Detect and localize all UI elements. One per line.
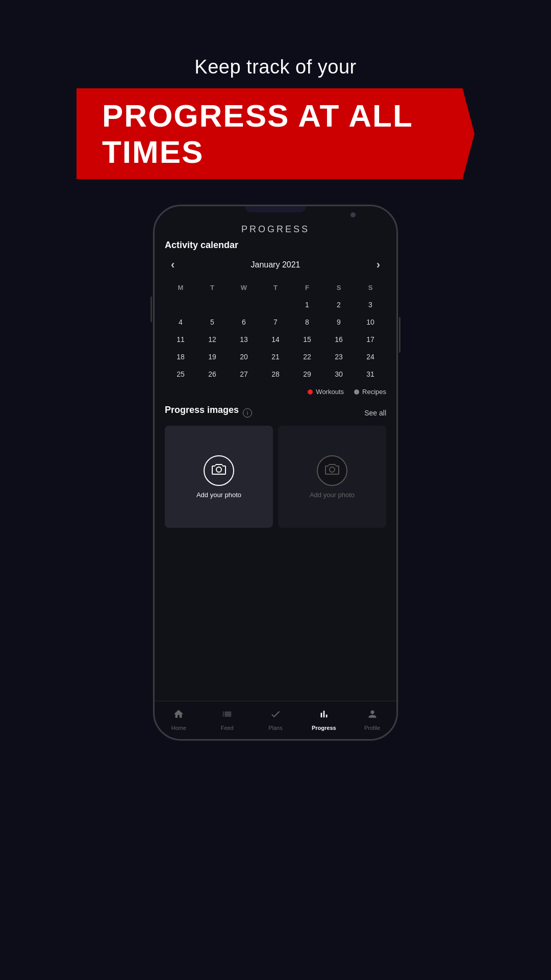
day-23[interactable]: 23 <box>323 349 355 364</box>
nav-feed-label: Feed <box>221 725 234 731</box>
day-empty: - <box>165 297 196 312</box>
screen: PROGRESS Activity calendar ‹ January 202… <box>155 206 396 739</box>
day-6[interactable]: 6 <box>228 314 260 330</box>
nav-home-label: Home <box>171 725 186 731</box>
day-14[interactable]: 14 <box>260 332 291 347</box>
nav-profile-label: Profile <box>364 725 380 731</box>
side-button-left <box>151 297 153 322</box>
workouts-dot <box>308 389 313 395</box>
progress-images-label: Progress images <box>165 405 239 415</box>
day-header-sat: S <box>323 280 355 295</box>
day-26[interactable]: 26 <box>196 366 228 382</box>
day-29[interactable]: 29 <box>291 366 323 382</box>
legend-workouts: Workouts <box>308 388 344 396</box>
day-1[interactable]: 1 <box>291 297 323 312</box>
day-header-thu: T <box>260 280 291 295</box>
see-all-button[interactable]: See all <box>364 409 386 417</box>
next-month-button[interactable]: › <box>370 256 386 274</box>
day-empty: - <box>260 297 291 312</box>
calendar-week-2: 4 5 6 7 8 9 10 <box>165 314 386 330</box>
day-8[interactable]: 8 <box>291 314 323 330</box>
profile-icon <box>367 708 378 723</box>
day-30[interactable]: 30 <box>323 366 355 382</box>
home-icon <box>173 708 184 723</box>
progress-images-section: Progress images i See all <box>155 401 396 528</box>
phone-notch <box>245 206 306 212</box>
info-icon[interactable]: i <box>243 408 252 418</box>
legend-recipes: Recipes <box>354 388 386 396</box>
left-add-photo-label: Add your photo <box>196 491 241 499</box>
day-21[interactable]: 21 <box>260 349 291 364</box>
day-2[interactable]: 2 <box>323 297 355 312</box>
phone-mockup: PROGRESS Activity calendar ‹ January 202… <box>153 205 398 741</box>
day-4[interactable]: 4 <box>165 314 196 330</box>
left-image-placeholder: Add your photo <box>165 426 273 528</box>
calendar-label: Activity calendar <box>165 240 386 251</box>
camera-dot <box>350 212 356 217</box>
month-label: January 2021 <box>251 260 300 270</box>
nav-plans[interactable]: Plans <box>252 705 300 734</box>
day-9[interactable]: 9 <box>323 314 355 330</box>
day-7[interactable]: 7 <box>260 314 291 330</box>
screen-title: PROGRESS <box>241 224 310 234</box>
day-header-mon: M <box>165 280 196 295</box>
day-31[interactable]: 31 <box>355 366 386 382</box>
day-11[interactable]: 11 <box>165 332 196 347</box>
calendar-week-1: - - - - 1 2 3 <box>165 297 386 312</box>
day-28[interactable]: 28 <box>260 366 291 382</box>
nav-progress-label: Progress <box>312 725 336 731</box>
day-22[interactable]: 22 <box>291 349 323 364</box>
day-16[interactable]: 16 <box>323 332 355 347</box>
day-header-sun: S <box>355 280 386 295</box>
calendar-week-3: 11 12 13 14 15 16 17 <box>165 332 386 347</box>
day-24[interactable]: 24 <box>355 349 386 364</box>
prev-month-button[interactable]: ‹ <box>165 256 181 274</box>
calendar-week-4: 18 19 20 21 22 23 24 <box>165 349 386 364</box>
right-add-photo-label: Add your photo <box>310 491 355 499</box>
images-row: Add your photo Add your photo <box>165 426 386 528</box>
day-empty: - <box>228 297 260 312</box>
recipes-dot <box>354 389 359 395</box>
right-image-placeholder: Add your photo <box>278 426 386 528</box>
progress-icon <box>318 708 330 723</box>
day-5[interactable]: 5 <box>196 314 228 330</box>
recipes-label: Recipes <box>362 388 386 396</box>
day-19[interactable]: 19 <box>196 349 228 364</box>
day-13[interactable]: 13 <box>228 332 260 347</box>
left-camera-icon <box>212 463 226 478</box>
side-button-right <box>398 317 400 353</box>
progress-images-left: Progress images i <box>165 405 252 421</box>
subtitle: Keep track of your <box>194 56 356 78</box>
day-header-tue: T <box>196 280 228 295</box>
day-20[interactable]: 20 <box>228 349 260 364</box>
right-camera-button[interactable] <box>317 455 347 486</box>
day-25[interactable]: 25 <box>165 366 196 382</box>
nav-feed[interactable]: Feed <box>203 705 252 734</box>
calendar-section: Activity calendar ‹ January 2021 › M T W… <box>155 240 396 401</box>
top-section: Keep track of your PROGRESS AT ALL TIMES <box>0 0 551 179</box>
calendar-legend: Workouts Recipes <box>165 384 386 401</box>
phone-outer: PROGRESS Activity calendar ‹ January 202… <box>153 205 398 741</box>
day-15[interactable]: 15 <box>291 332 323 347</box>
day-17[interactable]: 17 <box>355 332 386 347</box>
calendar-header-row: M T W T F S S <box>165 280 386 295</box>
right-camera-icon <box>325 463 339 478</box>
banner-text: PROGRESS AT ALL TIMES <box>102 98 413 169</box>
nav-progress[interactable]: Progress <box>299 705 348 734</box>
plans-icon <box>270 708 281 723</box>
left-camera-button[interactable] <box>204 455 234 486</box>
workouts-label: Workouts <box>316 388 344 396</box>
day-27[interactable]: 27 <box>228 366 260 382</box>
progress-images-header: Progress images i See all <box>165 405 386 421</box>
day-3[interactable]: 3 <box>355 297 386 312</box>
day-12[interactable]: 12 <box>196 332 228 347</box>
banner: PROGRESS AT ALL TIMES <box>77 88 474 179</box>
calendar-nav: ‹ January 2021 › <box>165 256 386 274</box>
nav-home[interactable]: Home <box>155 705 203 734</box>
nav-profile[interactable]: Profile <box>348 705 396 734</box>
day-10[interactable]: 10 <box>355 314 386 330</box>
nav-plans-label: Plans <box>268 725 283 731</box>
day-18[interactable]: 18 <box>165 349 196 364</box>
feed-icon <box>221 708 233 723</box>
day-empty: - <box>196 297 228 312</box>
